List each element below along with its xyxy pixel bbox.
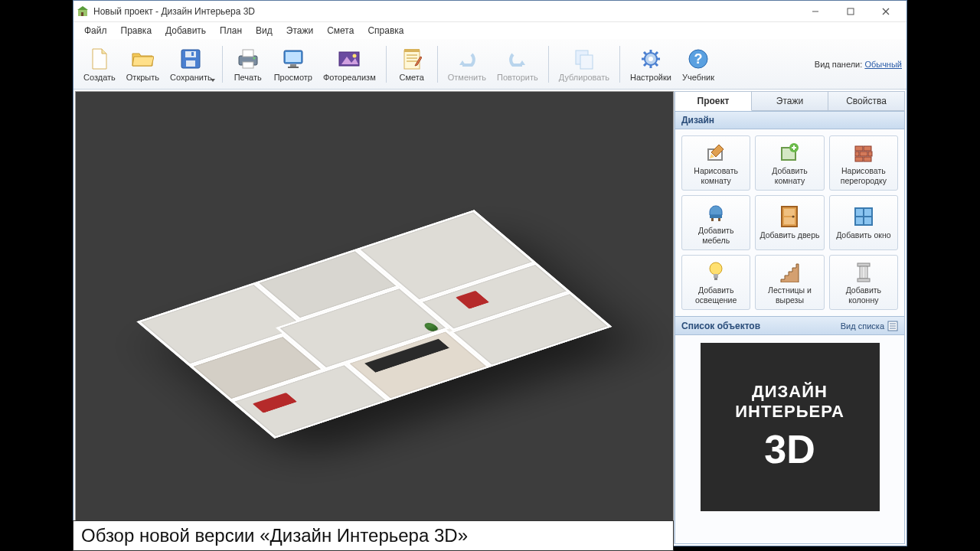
toolbar-separator — [437, 46, 438, 83]
promo-area: ДИЗАЙН ИНТЕРЬЕРА 3D — [675, 335, 905, 544]
settings-button[interactable]: Настройки — [625, 41, 677, 87]
add-lighting-button[interactable]: Добавить освещение — [681, 255, 750, 310]
svg-rect-8 — [185, 51, 196, 57]
svg-marker-27 — [459, 60, 466, 65]
menu-edit[interactable]: Правка — [115, 24, 158, 37]
panel-view-link[interactable]: Обычный — [864, 60, 902, 69]
svg-rect-52 — [868, 152, 872, 156]
menu-view[interactable]: Вид — [250, 24, 279, 37]
add-window-label: Добавить окно — [836, 230, 890, 240]
help-icon: ? — [686, 47, 710, 71]
svg-line-37 — [644, 52, 646, 54]
svg-point-21 — [353, 54, 357, 57]
open-label: Открыть — [126, 73, 159, 82]
undo-icon — [455, 47, 479, 71]
redo-button[interactable]: Повторить — [492, 41, 544, 87]
duplicate-label: Дублировать — [559, 73, 609, 82]
svg-rect-10 — [191, 52, 194, 56]
floorplan-render — [129, 151, 619, 472]
brick-wall-icon — [852, 141, 875, 164]
svg-rect-59 — [784, 209, 795, 216]
svg-rect-56 — [711, 218, 714, 221]
svg-rect-22 — [404, 51, 420, 69]
3d-viewport[interactable] — [75, 91, 674, 544]
svg-rect-12 — [243, 50, 253, 57]
menu-file[interactable]: Файл — [78, 24, 113, 37]
titlebar: Новый проект - Дизайн Интерьера 3D — [74, 1, 906, 22]
svg-point-61 — [792, 216, 795, 218]
work-area: Проект Этажи Свойства Дизайн Нарисовать … — [74, 90, 906, 546]
create-label: Создать — [83, 73, 116, 82]
application-window: Новый проект - Дизайн Интерьера 3D Файл … — [73, 0, 907, 546]
print-label: Печать — [234, 73, 262, 82]
svg-text:?: ? — [694, 51, 702, 67]
add-furniture-button[interactable]: Добавить мебель — [681, 195, 750, 250]
column-icon — [852, 260, 875, 283]
design-tools-grid: Нарисовать комнату Добавить комнату Нари… — [675, 129, 905, 317]
tab-floors[interactable]: Этажи — [752, 92, 828, 111]
tab-project[interactable]: Проект — [675, 92, 752, 111]
app-icon — [77, 5, 89, 18]
promo-line3: 3D — [764, 426, 815, 472]
svg-rect-16 — [286, 52, 301, 62]
add-door-button[interactable]: Добавить дверь — [755, 195, 824, 250]
svg-rect-13 — [243, 62, 253, 68]
add-room-icon — [778, 141, 801, 164]
settings-label: Настройки — [630, 73, 671, 82]
close-button[interactable] — [868, 1, 903, 22]
menu-floors[interactable]: Этажи — [280, 24, 319, 37]
open-button[interactable]: Открыть — [121, 41, 165, 87]
stairs-icon — [778, 260, 801, 283]
svg-rect-66 — [714, 274, 718, 278]
svg-line-38 — [655, 64, 658, 66]
undo-button[interactable]: Отменить — [443, 41, 492, 87]
add-door-label: Добавить дверь — [760, 230, 819, 240]
svg-rect-2 — [81, 12, 83, 16]
undo-label: Отменить — [448, 73, 486, 82]
estimate-button[interactable]: Смета — [391, 41, 433, 87]
save-button[interactable]: Сохранить — [165, 41, 217, 87]
draw-partition-button[interactable]: Нарисовать перегородку — [829, 135, 898, 191]
menu-plan[interactable]: План — [214, 24, 248, 37]
add-room-button[interactable]: Добавить комнату — [755, 135, 824, 191]
design-section-header: Дизайн — [675, 111, 905, 129]
menubar: Файл Правка Добавить План Вид Этажи Смет… — [74, 22, 906, 39]
svg-rect-68 — [858, 263, 870, 266]
lightbulb-icon — [704, 260, 727, 283]
svg-rect-26 — [404, 49, 420, 52]
draw-room-button[interactable]: Нарисовать комнату — [681, 135, 750, 191]
print-button[interactable]: Печать — [227, 41, 269, 87]
add-window-button[interactable]: Добавить окно — [829, 195, 898, 250]
svg-point-14 — [253, 57, 255, 59]
svg-rect-50 — [855, 152, 859, 156]
menu-help[interactable]: Справка — [361, 24, 410, 37]
photorealism-button[interactable]: Фотореализм — [318, 41, 381, 87]
stairs-cutouts-button[interactable]: Лестницы и вырезы — [755, 255, 824, 310]
tab-properties[interactable]: Свойства — [828, 92, 904, 111]
preview-button[interactable]: Просмотр — [269, 41, 318, 87]
panel-view-label: Вид панели: — [815, 60, 862, 69]
add-column-label: Добавить колонну — [831, 285, 896, 304]
floppy-disk-icon — [178, 47, 203, 71]
svg-rect-69 — [860, 266, 867, 279]
toolbar-separator — [619, 46, 620, 83]
draw-partition-label: Нарисовать перегородку — [831, 166, 896, 184]
svg-rect-9 — [186, 60, 195, 67]
view-list-toggle[interactable] — [887, 321, 898, 331]
video-caption: Обзор новой версии «Дизайн Интерьера 3D» — [73, 520, 674, 551]
svg-rect-55 — [710, 215, 722, 218]
add-column-button[interactable]: Добавить колонну — [829, 255, 898, 310]
chair-icon — [704, 201, 727, 223]
duplicate-button[interactable]: Дублировать — [554, 41, 615, 87]
svg-rect-17 — [290, 64, 296, 67]
create-button[interactable]: Создать — [78, 41, 121, 87]
svg-rect-57 — [718, 218, 720, 221]
menu-add[interactable]: Добавить — [159, 24, 212, 37]
svg-rect-67 — [714, 278, 717, 280]
maximize-button[interactable] — [833, 1, 868, 22]
tutorial-button[interactable]: ? Учебник — [677, 41, 720, 87]
minimize-button[interactable] — [798, 1, 833, 22]
menu-estimate[interactable]: Смета — [321, 24, 360, 37]
svg-rect-49 — [864, 146, 871, 151]
new-file-icon — [87, 47, 112, 71]
